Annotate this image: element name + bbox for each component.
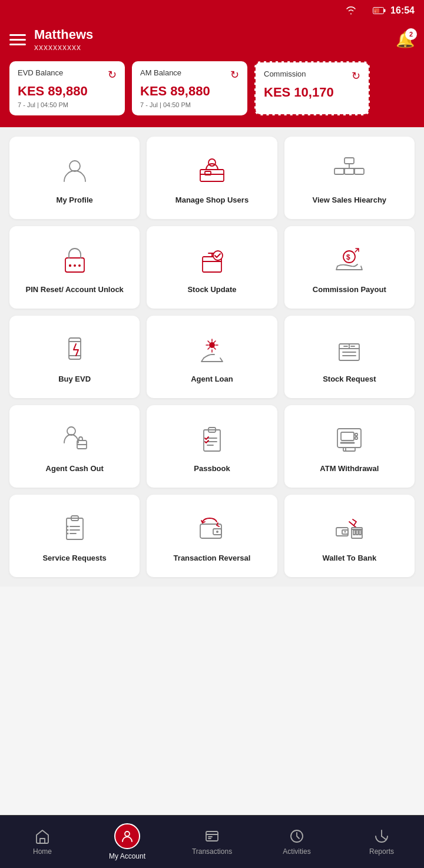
stock-update-label: Stock Update xyxy=(187,285,236,295)
agent-loan-label: Agent Loan xyxy=(191,375,233,385)
evd-date: 7 - Jul | 04:50 PM xyxy=(18,101,117,108)
pin-reset-label: PIN Reset/ Account Unlock xyxy=(25,285,123,295)
user-name: Matthews xyxy=(34,27,93,42)
stock-request-label: Stock Request xyxy=(323,375,376,385)
menu-item-buy-evd[interactable]: Buy EVD xyxy=(9,316,140,398)
svg-rect-67 xyxy=(356,530,358,535)
am-balance-card[interactable]: AM Balance ↻ KES 89,880 7 - Jul | 04:50 … xyxy=(132,61,247,115)
passbook-label: Passbook xyxy=(194,464,230,474)
my-profile-label: My Profile xyxy=(57,196,93,206)
svg-rect-42 xyxy=(204,430,220,451)
evd-balance-card[interactable]: EVD Balance ↻ KES 89,880 7 - Jul | 04:50… xyxy=(9,61,125,115)
svg-rect-75 xyxy=(206,831,218,841)
stock-request-icon xyxy=(332,332,367,367)
svg-text:!: ! xyxy=(375,10,376,14)
menu-item-stock-request[interactable]: Stock Request xyxy=(284,316,415,398)
menu-item-my-profile[interactable]: My Profile xyxy=(9,137,140,219)
evd-amount: KES 89,880 xyxy=(18,84,117,99)
svg-rect-3 xyxy=(365,8,367,15)
my-account-nav-label: My Account xyxy=(109,852,145,860)
status-time: 16:54 xyxy=(390,5,415,16)
header: Matthews xxxxxxxxxx 🔔 2 xyxy=(0,21,424,61)
evd-refresh-icon[interactable]: ↻ xyxy=(108,68,117,81)
svg-point-26 xyxy=(78,264,81,267)
transactions-nav-icon xyxy=(204,828,220,844)
menu-item-transaction-reversal[interactable]: Transaction Reversal xyxy=(147,495,277,577)
svg-point-25 xyxy=(74,264,76,267)
svg-rect-6 xyxy=(384,9,386,12)
agent-cash-out-label: Agent Cash Out xyxy=(46,464,104,474)
menu-item-manage-shop-users[interactable]: Manage Shop Users xyxy=(147,137,277,219)
hierarchy-label: View Sales Hiearchy xyxy=(313,196,387,206)
nav-activities[interactable]: Activities xyxy=(254,816,339,868)
nav-my-account[interactable]: My Account xyxy=(85,816,170,868)
buy-evd-label: Buy EVD xyxy=(58,375,91,385)
header-user: Matthews xxxxxxxxxx xyxy=(34,27,93,52)
svg-rect-19 xyxy=(355,168,364,174)
notification-button[interactable]: 🔔 2 xyxy=(396,31,415,49)
menu-item-atm-withdrawal[interactable]: ATM Withdrawal xyxy=(284,405,415,488)
am-label: AM Balance xyxy=(140,68,181,77)
pin-reset-icon xyxy=(57,243,92,278)
account-avatar xyxy=(114,823,140,849)
reports-nav-icon xyxy=(373,828,390,844)
menu-item-agent-cash-out[interactable]: Agent Cash Out xyxy=(9,405,140,488)
commission-amount: KES 10,170 xyxy=(264,85,360,100)
am-refresh-icon[interactable]: ↻ xyxy=(230,68,239,81)
hamburger-menu[interactable] xyxy=(9,34,26,45)
svg-rect-50 xyxy=(355,437,357,439)
battery-icon: ! xyxy=(373,7,386,14)
svg-point-0 xyxy=(350,14,352,15)
service-requests-label: Service Requests xyxy=(42,554,106,564)
menu-item-stock-update[interactable]: Stock Update xyxy=(147,226,277,309)
commission-card[interactable]: Commission ↻ KES 10,170 xyxy=(254,61,370,115)
commission-payout-label: Commission Payout xyxy=(313,285,386,295)
am-amount: KES 89,880 xyxy=(140,84,239,99)
menu-item-agent-loan[interactable]: Agent Loan xyxy=(147,316,277,398)
activities-nav-icon xyxy=(289,828,305,844)
transaction-reversal-label: Transaction Reversal xyxy=(174,554,251,564)
svg-rect-13 xyxy=(205,171,211,175)
service-requests-icon xyxy=(57,511,92,546)
commission-payout-icon: $ xyxy=(332,243,367,278)
balance-row: EVD Balance ↻ KES 89,880 7 - Jul | 04:50… xyxy=(0,61,424,127)
agent-cash-out-icon xyxy=(57,422,92,457)
hierarchy-icon xyxy=(332,153,367,188)
atm-icon xyxy=(332,422,367,457)
svg-rect-14 xyxy=(344,158,354,164)
nav-reports[interactable]: Reports xyxy=(339,816,424,868)
activities-nav-label: Activities xyxy=(283,847,310,856)
manage-shop-label: Manage Shop Users xyxy=(175,196,249,206)
commission-label: Commission xyxy=(264,69,306,78)
svg-point-12 xyxy=(208,159,216,166)
menu-grid: My Profile Manage Shop Users xyxy=(0,127,424,587)
signal-icon xyxy=(360,6,369,15)
svg-point-27 xyxy=(69,264,71,267)
menu-item-commission-payout[interactable]: $ Commission Payout xyxy=(284,226,415,309)
nav-transactions[interactable]: Transactions xyxy=(170,816,254,868)
menu-item-pin-reset[interactable]: PIN Reset/ Account Unlock xyxy=(9,226,140,309)
svg-rect-18 xyxy=(344,168,354,174)
menu-item-wallet-to-bank[interactable]: Wallet To Bank xyxy=(284,495,415,577)
svg-rect-73 xyxy=(40,839,45,843)
svg-point-64 xyxy=(216,531,218,533)
account-nav-icon xyxy=(121,830,134,843)
commission-refresh-icon[interactable]: ↻ xyxy=(352,69,360,82)
menu-item-view-sales-hierarchy[interactable]: View Sales Hiearchy xyxy=(284,137,415,219)
svg-rect-1 xyxy=(360,11,362,15)
wifi-icon xyxy=(346,6,356,15)
menu-item-service-requests[interactable]: Service Requests xyxy=(9,495,140,577)
menu-item-passbook[interactable]: Passbook xyxy=(147,405,277,488)
transactions-nav-label: Transactions xyxy=(192,847,232,856)
bottom-nav: Home My Account Transactions Activities xyxy=(0,815,424,868)
svg-rect-49 xyxy=(355,433,357,436)
stock-update-icon xyxy=(194,243,230,278)
home-nav-icon xyxy=(34,828,51,844)
svg-point-72 xyxy=(344,531,346,532)
nav-home[interactable]: Home xyxy=(0,816,85,868)
my-profile-icon xyxy=(57,153,92,188)
header-left: Matthews xxxxxxxxxx xyxy=(9,27,93,52)
svg-rect-10 xyxy=(200,170,224,181)
svg-point-9 xyxy=(69,161,80,171)
user-account: xxxxxxxxxx xyxy=(34,42,93,52)
